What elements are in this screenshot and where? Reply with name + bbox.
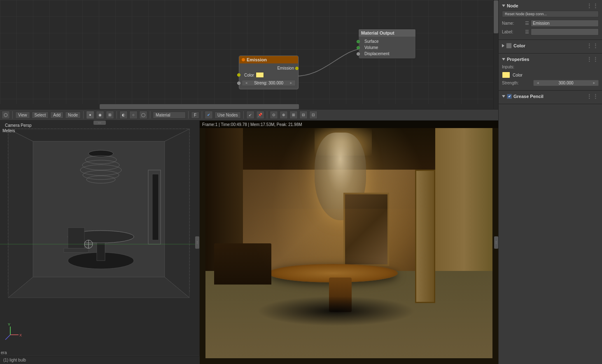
- use-nodes-label[interactable]: Use Nodes: [215, 112, 240, 119]
- svg-rect-13: [152, 174, 159, 240]
- properties-section: Properties ⋮⋮ Inputs: Color Strength: ◄ …: [499, 54, 602, 91]
- surface-socket[interactable]: [357, 40, 360, 43]
- material-output-title: Material Output: [361, 30, 394, 35]
- view-menu-btn[interactable]: View: [15, 112, 30, 119]
- color-swatch[interactable]: [256, 72, 264, 78]
- node-chevron: [502, 5, 505, 7]
- emission-node[interactable]: Emission Emission Color ◄ Streng: 300.00…: [239, 56, 299, 89]
- volume-socket[interactable]: [357, 46, 360, 49]
- material-dropdown[interactable]: Material: [153, 112, 186, 119]
- world-btn[interactable]: ○: [129, 111, 138, 119]
- camera-persp-label: Camera Persp: [5, 123, 31, 128]
- strength-field[interactable]: ◄ Streng: 300.000 ►: [242, 80, 296, 86]
- displacement-socket[interactable]: [357, 52, 360, 56]
- material-output-body: Surface Volume Displacement: [359, 37, 415, 58]
- pin-btn[interactable]: 📌: [256, 111, 264, 119]
- node-editor-toolbar: ⬡ View Select Add Node ● ◉ ⊞ ◐ ○ ◯ Mater…: [0, 109, 498, 121]
- wireframe-btn[interactable]: ⊞: [106, 111, 114, 119]
- sep6: [202, 111, 202, 119]
- grease-pencil-checkbox[interactable]: ✔: [507, 94, 512, 99]
- grease-pencil-dots: ⋮⋮: [586, 93, 599, 100]
- material-output-node[interactable]: Material Output Surface Volume Displacem…: [358, 29, 416, 59]
- lineset-btn[interactable]: ◯: [139, 111, 147, 119]
- svg-text:X: X: [19, 333, 22, 337]
- tool1-btn[interactable]: ⊙: [270, 111, 278, 119]
- sep7: [243, 111, 244, 119]
- editor-type-btn[interactable]: ⬡: [2, 111, 10, 119]
- node-section-header[interactable]: Node ⋮⋮: [502, 2, 599, 9]
- reset-node-btn[interactable]: Reset Node (keep conn...: [502, 11, 599, 17]
- select-menu-btn[interactable]: Select: [32, 112, 49, 119]
- emission-output-socket[interactable]: [295, 67, 299, 70]
- viewport-h-resize[interactable]: ⋮: [195, 236, 199, 249]
- svg-marker-5: [8, 277, 189, 298]
- emission-node-title: Emission: [247, 57, 267, 62]
- bottom-area: X Y Camera Persp Meters ⋮ ⋯ (1) light bu…: [0, 121, 498, 364]
- strength-arrow-left: ◄: [245, 81, 248, 85]
- render-resize-handle-right[interactable]: ⋮: [494, 236, 498, 249]
- node-connector-svg: [0, 0, 498, 109]
- viewport-scene: X Y: [0, 121, 199, 364]
- tool3-btn[interactable]: ⊞: [289, 111, 298, 119]
- name-input[interactable]: [531, 20, 599, 27]
- frame-info: Frame:1 | Time:00:49.78 | Mem:17.53M, Pe…: [202, 122, 302, 127]
- viewport-v-resize-left[interactable]: ⋯: [93, 121, 106, 125]
- strength-label-panel: Strength:: [502, 81, 531, 85]
- strength-left-arrow: ◄: [536, 81, 539, 85]
- svg-marker-4: [165, 129, 189, 298]
- tool5-btn[interactable]: ⊡: [309, 111, 317, 119]
- sep4: [150, 111, 150, 119]
- svg-rect-10: [64, 248, 89, 252]
- render-image: [205, 128, 492, 358]
- node-menu-btn[interactable]: Node: [65, 112, 81, 119]
- tool2-btn[interactable]: ⊕: [280, 111, 288, 119]
- node-editor-scrollbar-h[interactable]: [0, 104, 498, 109]
- strength-input-panel[interactable]: ◄ 300.000 ►: [533, 80, 599, 86]
- color-input-row-panel: Color: [502, 72, 599, 78]
- color-section-dots: ⋮⋮: [586, 42, 599, 49]
- shader-btn[interactable]: ◐: [119, 111, 128, 119]
- sep1: [12, 111, 13, 119]
- name-icon: ☰: [525, 21, 529, 26]
- color-input-socket[interactable]: [237, 73, 240, 77]
- surface-label: Surface: [364, 39, 378, 44]
- color-input-label: Color: [513, 73, 523, 77]
- viewport-era-text: era: [1, 350, 7, 355]
- inputs-label-row: Inputs:: [502, 64, 599, 69]
- strength-value-panel: 300.000: [540, 81, 592, 85]
- zoom-in-btn[interactable]: ↙: [246, 111, 254, 119]
- use-nodes-checkbox[interactable]: ✔: [205, 111, 213, 119]
- node-section-dots: ⋮⋮: [586, 2, 599, 9]
- main-scrollbar-v[interactable]: [493, 0, 498, 109]
- object-mode-btn[interactable]: ◉: [96, 111, 104, 119]
- node-editor[interactable]: Emission Emission Color ◄ Streng: 300.00…: [0, 0, 498, 109]
- grease-pencil-label: Grease Pencil: [513, 94, 544, 99]
- color-input-swatch[interactable]: [502, 72, 510, 78]
- properties-chevron: [502, 58, 505, 61]
- label-row: Label: ☰: [502, 28, 599, 35]
- sep5: [188, 111, 189, 119]
- properties-section-header[interactable]: Properties ⋮⋮: [502, 56, 599, 63]
- strength-arrow-right: ►: [289, 81, 293, 85]
- sep8: [267, 111, 267, 119]
- render-viewport: Frame:1 | Time:00:49.78 | Mem:17.53M, Pe…: [200, 121, 498, 364]
- render-mode-btn[interactable]: ●: [86, 111, 94, 119]
- svg-rect-11: [68, 228, 84, 248]
- volume-row: Volume: [359, 44, 415, 51]
- color-section-label: Color: [513, 43, 525, 48]
- properties-section-label: Properties: [507, 57, 529, 62]
- color-section-header[interactable]: Color ⋮⋮: [502, 42, 599, 49]
- left-viewport: X Y Camera Persp Meters ⋮ ⋯ (1) light bu…: [0, 121, 200, 364]
- emission-output-label: Emission: [277, 66, 294, 70]
- surface-row: Surface: [359, 38, 415, 44]
- label-input[interactable]: [531, 28, 599, 35]
- inputs-label: Inputs:: [502, 65, 514, 69]
- grease-pencil-header[interactable]: ✔ Grease Pencil ⋮⋮: [502, 93, 599, 100]
- tool4-btn[interactable]: ⊟: [299, 111, 308, 119]
- right-panel: Node ⋮⋮ Reset Node (keep conn... Name: ☰…: [498, 0, 602, 364]
- render-info-bar: Frame:1 | Time:00:49.78 | Mem:17.53M, Pe…: [200, 121, 498, 128]
- strength-socket[interactable]: [237, 82, 240, 85]
- f-btn[interactable]: F: [191, 112, 199, 119]
- add-menu-btn[interactable]: Add: [50, 112, 63, 119]
- object-info-bar: (1) light bulb: [0, 356, 200, 364]
